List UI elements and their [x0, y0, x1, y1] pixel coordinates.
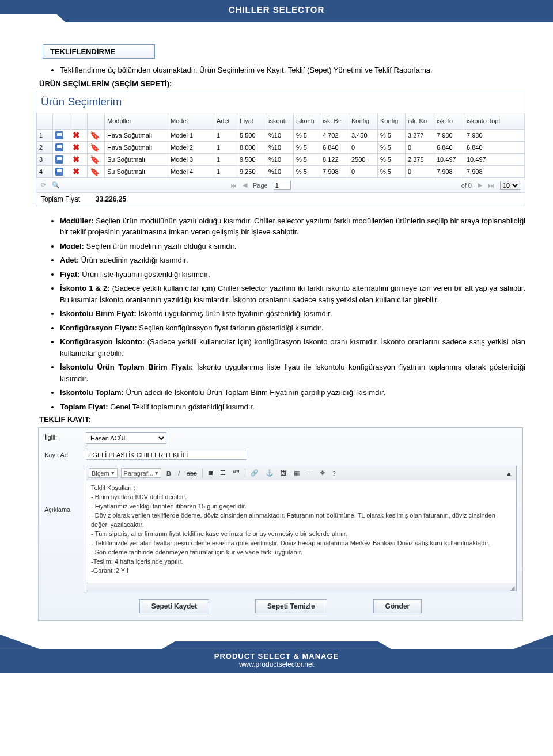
list-item: Model: Seçilen ürün modelinin yazılı old… [60, 241, 525, 252]
strike-icon[interactable]: abc [185, 469, 199, 477]
cell-iskko: 2.375 [406, 153, 434, 165]
cell-konfigisk: % 5 [378, 165, 406, 177]
print-icon[interactable] [53, 165, 70, 177]
delete-icon[interactable]: ✖ [70, 141, 88, 153]
section-tab: TEKLİFLENDİRME [43, 44, 155, 59]
tag-icon[interactable]: 🔖 [88, 153, 105, 165]
cell-iskontotopl: 6.840 [464, 141, 525, 153]
col-moduller[interactable]: Modüller [105, 113, 168, 129]
list-item: İskonto 1 & 2: (Sadece yetkili kullanıcı… [60, 283, 525, 305]
col-iskonto2[interactable]: iskontı [294, 113, 320, 129]
rte-bicem-dropdown[interactable]: Biçem ▾ [89, 468, 118, 478]
tag-icon[interactable]: 🔖 [88, 165, 105, 177]
print-icon[interactable] [53, 153, 70, 165]
col-iskto[interactable]: isk.To [434, 113, 464, 129]
cell-konfigisk: % 5 [378, 153, 406, 165]
pager-prev-icon[interactable]: ◀ [243, 181, 247, 189]
cell-iskbir: 7.908 [320, 165, 349, 177]
list-item: Fiyat: Ürün liste fiyatının gösterildiği… [60, 269, 525, 280]
kayit-adi-input[interactable] [86, 450, 247, 460]
print-icon[interactable] [53, 129, 70, 141]
col-rownum [37, 113, 53, 129]
table-row[interactable]: 1✖🔖Hava SoğutmalıModel 115.500%10% 54.70… [37, 129, 525, 141]
col-model[interactable]: Model [168, 113, 214, 129]
link-icon[interactable]: 🔗 [249, 469, 260, 477]
rte-resize-handle[interactable] [86, 583, 516, 591]
source-icon[interactable]: ❖ [318, 469, 327, 477]
refresh-icon[interactable]: ⟳ [41, 181, 46, 189]
term-label: Konfigürasyon İskonto: [60, 337, 145, 346]
col-konfig[interactable]: Konfig [349, 113, 378, 129]
gonder-button[interactable]: Gönder [373, 599, 422, 613]
term-label: Konfigürasyon Fiyatı: [60, 324, 137, 332]
cell-iskko: 0 [406, 141, 434, 153]
delete-icon[interactable]: ✖ [70, 153, 88, 165]
rte-paragraf-dropdown[interactable]: Paragraf... ▾ [121, 468, 161, 478]
bold-icon[interactable]: B [165, 469, 173, 477]
rte-toolbar: Biçem ▾ Paragraf... ▾ B I abc ≣ ☰ ❝❞ 🔗 ⚓… [86, 466, 516, 480]
footer-wedge-left [0, 635, 40, 649]
ul-icon[interactable]: ☰ [218, 469, 228, 477]
col-iskontotopl[interactable]: iskonto Topl [464, 113, 525, 129]
cell-iskontotopl: 10.497 [464, 153, 525, 165]
pager-next-icon[interactable]: ▶ [478, 181, 482, 189]
col-iskonto1[interactable]: iskontı [266, 113, 294, 129]
tag-icon[interactable]: 🔖 [88, 129, 105, 141]
col-action2 [70, 113, 88, 129]
rte-body[interactable]: Teklif Koşulları :- Birim fiyatlara KDV … [86, 480, 516, 582]
chevron-down-icon: ▾ [155, 469, 158, 477]
collapse-icon[interactable]: ▲ [504, 469, 514, 477]
ilgili-select[interactable]: Hasan ACÜL [86, 432, 166, 444]
delete-icon[interactable]: ✖ [70, 129, 88, 141]
delete-icon[interactable]: ✖ [70, 165, 88, 177]
pager-last-icon[interactable]: ⏭ [488, 182, 494, 189]
subheading-urun-secimlerim: ÜRÜN SEÇİMLERİM (SEÇİM SEPETİ): [39, 79, 525, 88]
explanation-list: Modüller: Seçilen ürün modülünün yazılı … [36, 215, 525, 413]
cell-moduller: Su Soğutmalı [105, 165, 168, 177]
sepeti-temizle-button[interactable]: Sepeti Temizle [255, 599, 327, 613]
cell-iskbir: 6.840 [320, 141, 349, 153]
intro-text: Tekliflendirme üç bölümden oluşmaktadır.… [60, 64, 525, 76]
pager-first-icon[interactable]: ⏮ [230, 182, 237, 189]
pager-of-label: of 0 [461, 182, 472, 189]
page-footer: PRODUCT SELECT & MANAGE www.productselec… [0, 638, 553, 673]
italic-icon[interactable]: I [176, 469, 181, 477]
unlink-icon[interactable]: ⚓ [264, 469, 275, 477]
ol-icon[interactable]: ≣ [206, 469, 215, 477]
help-icon[interactable]: ? [331, 469, 338, 477]
col-konfigisk[interactable]: Konfig [378, 113, 406, 129]
sepeti-kaydet-button[interactable]: Sepeti Kaydet [139, 599, 209, 613]
pager-page-input[interactable] [274, 181, 291, 190]
quote-icon[interactable]: ❝❞ [231, 469, 241, 477]
aciklama-label: Açıklama [44, 466, 86, 513]
table-row[interactable]: 3✖🔖Su SoğutmalıModel 319.500%10% 58.1222… [37, 153, 525, 165]
cell-model: Model 2 [168, 141, 214, 153]
col-fiyat[interactable]: Fiyat [237, 113, 266, 129]
cell-adet: 1 [214, 153, 237, 165]
product-grid: Modüller Model Adet Fiyat iskontı iskont… [36, 113, 525, 178]
table-row[interactable]: 2✖🔖Hava SoğutmalıModel 218.000%10% 56.84… [37, 141, 525, 153]
form-button-row: Sepeti Kaydet Sepeti Temizle Gönder [44, 599, 517, 613]
cell-iskto: 7.980 [434, 129, 464, 141]
col-iskko[interactable]: isk. Ko [406, 113, 434, 129]
term-label: İskonto 1 & 2: [60, 284, 110, 292]
cell-moduller: Su Soğutmalı [105, 153, 168, 165]
row-number: 3 [37, 153, 53, 165]
image-icon[interactable]: 🖼 [279, 469, 289, 477]
col-action1 [53, 113, 70, 129]
grid-total-bar: Toplam Fiyat 33.226,25 [36, 192, 525, 206]
rich-text-editor: Biçem ▾ Paragraf... ▾ B I abc ≣ ☰ ❝❞ 🔗 ⚓… [86, 466, 517, 591]
col-adet[interactable]: Adet [214, 113, 237, 129]
hr-icon[interactable]: — [305, 469, 315, 477]
subheading-teklif-kayit: TEKLİF KAYIT: [39, 415, 525, 424]
cell-konfigisk: % 5 [378, 129, 406, 141]
search-icon[interactable]: 🔍 [52, 181, 60, 189]
col-iskbir[interactable]: isk. Bir [320, 113, 349, 129]
table-row[interactable]: 4✖🔖Su SoğutmalıModel 419.250%10% 57.9080… [37, 165, 525, 177]
row-number: 2 [37, 141, 53, 153]
print-icon[interactable] [53, 141, 70, 153]
table-icon[interactable]: ▦ [292, 469, 301, 477]
total-label: Toplam Fiyat [41, 195, 80, 203]
pager-size-select[interactable]: 10 [500, 181, 520, 190]
tag-icon[interactable]: 🔖 [88, 141, 105, 153]
